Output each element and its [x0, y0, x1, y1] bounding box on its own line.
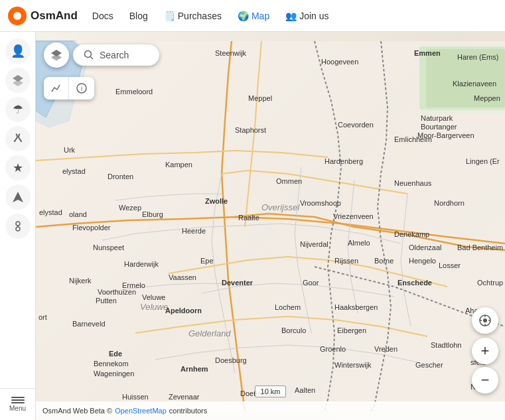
- scale-label: 10 km: [261, 387, 281, 395]
- svg-text:Emmeloord: Emmeloord: [115, 88, 153, 96]
- svg-text:Gelderland: Gelderland: [188, 328, 231, 338]
- svg-text:Stadtlohn: Stadtlohn: [431, 341, 461, 349]
- info-button[interactable]: i: [69, 77, 94, 100]
- svg-text:Emlichheim: Emlichheim: [394, 135, 432, 143]
- account-button[interactable]: 👤: [5, 38, 31, 64]
- bottom-nav[interactable]: Menu: [0, 388, 36, 420]
- scale-bar: 10 km: [255, 385, 287, 397]
- nav-purchases[interactable]: 🗒️ Purchases: [157, 7, 228, 25]
- svg-text:elystad: elystad: [39, 208, 62, 216]
- svg-text:Urk: Urk: [64, 146, 76, 154]
- svg-text:Nordhorn: Nordhorn: [434, 199, 465, 207]
- logo-icon: [8, 7, 27, 25]
- nav-map[interactable]: 🌍 Map: [231, 7, 276, 25]
- svg-text:Elburg: Elburg: [142, 210, 163, 218]
- map-layer-button[interactable]: [44, 42, 69, 68]
- svg-text:Zwolle: Zwolle: [205, 197, 228, 205]
- svg-text:Huissen: Huissen: [122, 393, 149, 401]
- svg-text:Dronten: Dronten: [108, 173, 133, 180]
- joinus-emoji: 👥: [285, 11, 297, 21]
- svg-text:Naturpark: Naturpark: [421, 114, 453, 122]
- navigation-icon: [12, 191, 24, 203]
- svg-text:Neuenhaus: Neuenhaus: [394, 179, 432, 187]
- logo[interactable]: OsmAnd: [8, 7, 78, 25]
- weather-button[interactable]: ☂: [5, 97, 31, 122]
- location-button[interactable]: [472, 307, 498, 334]
- svg-text:Hoogeveen: Hoogeveen: [321, 58, 358, 66]
- svg-text:Losser: Losser: [439, 261, 461, 269]
- purchases-emoji: 🗒️: [164, 11, 175, 21]
- map-search-bar: Search: [44, 42, 159, 68]
- svg-text:Hengelo: Hengelo: [409, 257, 436, 265]
- top-nav: OsmAnd Docs Blog 🗒️ Purchases 🌍 Map 👥 Jo…: [0, 0, 505, 32]
- hamburger-line-1: [11, 397, 25, 398]
- transport-button[interactable]: [5, 214, 31, 239]
- map-container[interactable]: Emmen Steenwijk Hoogeveen Haren (Ems) Kl…: [36, 32, 505, 420]
- svg-text:Meppen: Meppen: [474, 94, 500, 102]
- svg-text:Gescher: Gescher: [415, 361, 443, 369]
- sidebar: 👤 ☂ ★ ⚙: [0, 32, 36, 420]
- svg-text:Flevopolder: Flevopolder: [72, 224, 111, 232]
- svg-text:Eibergen: Eibergen: [337, 326, 366, 334]
- svg-text:Overijssel: Overijssel: [261, 202, 300, 212]
- svg-text:Coevorden: Coevorden: [338, 121, 374, 129]
- hamburger-line-3: [11, 402, 25, 403]
- svg-text:Goor: Goor: [303, 279, 319, 287]
- zoom-out-button[interactable]: −: [472, 367, 498, 393]
- zoom-in-button[interactable]: +: [472, 338, 498, 364]
- svg-text:Klazienaveen: Klazienaveen: [453, 80, 496, 88]
- search-label: Search: [100, 50, 129, 60]
- route-button[interactable]: [5, 126, 31, 151]
- svg-text:Almelo: Almelo: [348, 239, 370, 247]
- svg-text:Putten: Putten: [96, 297, 117, 305]
- svg-point-100: [483, 318, 487, 322]
- svg-point-3: [16, 222, 20, 226]
- svg-marker-2: [13, 192, 23, 202]
- svg-text:Vreden: Vreden: [374, 345, 397, 353]
- svg-text:Apeldoorn: Apeldoorn: [165, 307, 202, 315]
- osm-link[interactable]: OpenStreetMap: [115, 407, 167, 415]
- svg-line-96: [91, 57, 94, 60]
- svg-text:Vriezenveen: Vriezenveen: [333, 212, 374, 220]
- svg-text:Ochtrup: Ochtrup: [477, 279, 503, 287]
- svg-marker-1: [13, 80, 23, 86]
- svg-text:Arnhem: Arnhem: [180, 365, 208, 373]
- layers-button[interactable]: [5, 68, 31, 93]
- nav-blog[interactable]: Blog: [123, 7, 155, 25]
- transport-icon: [12, 220, 24, 232]
- svg-text:Nijverdal: Nijverdal: [300, 240, 328, 248]
- map-background: Emmen Steenwijk Hoogeveen Haren (Ems) Kl…: [36, 32, 505, 420]
- svg-text:Bennekom: Bennekom: [94, 360, 129, 368]
- logo-text: OsmAnd: [31, 9, 78, 23]
- svg-text:Harderwijk: Harderwijk: [124, 260, 159, 268]
- map-emoji: 🌍: [238, 11, 249, 21]
- graph-button[interactable]: [44, 77, 69, 100]
- svg-text:Barneveld: Barneveld: [72, 320, 106, 328]
- svg-text:Rijssen: Rijssen: [334, 257, 358, 265]
- search-button[interactable]: Search: [73, 44, 159, 66]
- svg-text:Bourtanger: Bourtanger: [421, 123, 457, 131]
- svg-text:Lochem: Lochem: [275, 303, 301, 311]
- svg-text:oland: oland: [69, 210, 87, 218]
- svg-text:Steenwijk: Steenwijk: [215, 49, 247, 57]
- favorites-button[interactable]: ★: [5, 155, 31, 180]
- svg-text:Haren (Ems): Haren (Ems): [457, 53, 498, 61]
- svg-point-95: [85, 51, 92, 58]
- svg-text:Nunspeet: Nunspeet: [93, 244, 124, 251]
- nav-joinus[interactable]: 👥 Join us: [279, 7, 335, 25]
- svg-text:Nijkerk: Nijkerk: [69, 277, 92, 285]
- svg-text:Zevenaar: Zevenaar: [169, 393, 200, 401]
- svg-text:Vroomshoop: Vroomshoop: [300, 199, 341, 207]
- svg-text:Ede: Ede: [109, 350, 122, 358]
- svg-text:Oldenzaal: Oldenzaal: [409, 244, 442, 251]
- contributors-text: contributors: [169, 407, 207, 415]
- navigation-button[interactable]: [5, 184, 31, 210]
- svg-text:Ommen: Ommen: [276, 177, 302, 185]
- svg-text:Veluwe: Veluwe: [140, 302, 168, 312]
- svg-text:Doesburg: Doesburg: [215, 356, 247, 364]
- svg-text:Groenlo: Groenlo: [320, 345, 346, 353]
- svg-text:Ermelo: Ermelo: [122, 281, 145, 289]
- nav-docs[interactable]: Docs: [86, 7, 120, 25]
- joinus-label: Join us: [299, 11, 328, 21]
- purchases-label: Purchases: [178, 11, 222, 21]
